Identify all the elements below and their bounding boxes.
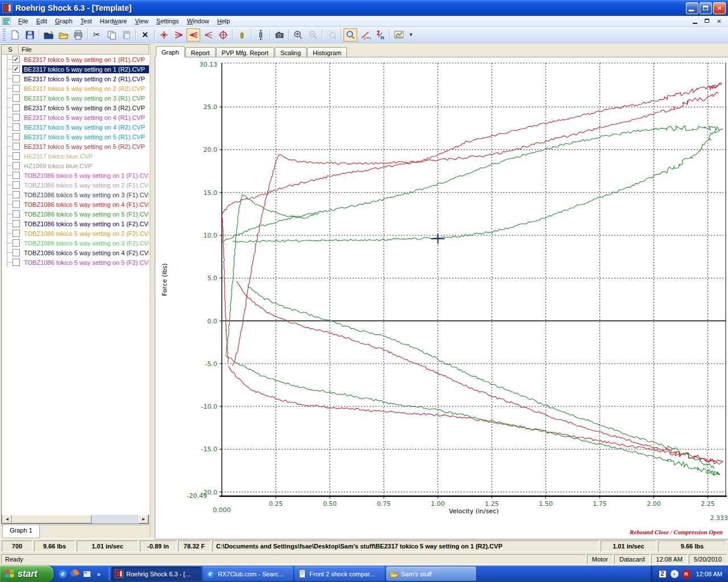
- task-roehrig-shock-6-3-[interactable]: Roehrig Shock 6.3 - [...: [111, 567, 201, 581]
- file-name[interactable]: BE2317 tokico 5 way setting on 4 (R2).CV…: [22, 123, 149, 131]
- mdi-document-icon[interactable]: [2, 17, 11, 25]
- menu-test[interactable]: Test: [76, 16, 96, 26]
- restore-button[interactable]: [700, 2, 712, 14]
- checkbox-checked[interactable]: ✓: [13, 65, 20, 73]
- file-row[interactable]: TOBZ1086 tokico 5 way setting on 2 (F2).…: [2, 228, 149, 238]
- menu-settings[interactable]: Settings: [152, 16, 183, 26]
- graph-fan-left-button[interactable]: [172, 28, 185, 41]
- checkbox-unchecked[interactable]: [13, 210, 20, 218]
- export-graph-button[interactable]: [392, 28, 406, 41]
- graph-fan-right-button[interactable]: [201, 28, 215, 41]
- mdi-close-button[interactable]: ✕: [715, 18, 723, 25]
- file-row[interactable]: TOBZ1086 tokico 5 way setting on 2 (F1).…: [2, 180, 149, 190]
- tab-histogram[interactable]: Histogram: [307, 47, 347, 57]
- shock-stroke-button[interactable]: [254, 28, 267, 41]
- file-row[interactable]: HE2317 tokico blue.CVP: [2, 151, 149, 161]
- checkbox-unchecked[interactable]: [13, 249, 20, 256]
- checkbox-unchecked[interactable]: [13, 181, 20, 189]
- checkbox-unchecked[interactable]: [13, 75, 20, 82]
- checkbox-unchecked[interactable]: [13, 133, 20, 140]
- checkbox-checked[interactable]: ✓: [13, 56, 20, 63]
- checkbox-unchecked[interactable]: [13, 230, 20, 237]
- print-button[interactable]: [71, 28, 85, 41]
- file-name[interactable]: TOBZ1086 tokico 5 way setting on 4 (F1).…: [22, 201, 149, 209]
- delete-button[interactable]: ✕: [138, 28, 152, 41]
- toolbar-grip[interactable]: [3, 28, 6, 41]
- file-row[interactable]: TOBZ1086 tokico 5 way setting on 5 (F2).…: [2, 257, 149, 267]
- horizontal-scrollbar[interactable]: ◄ ►: [2, 514, 149, 524]
- file-name[interactable]: TOBZ1086 tokico 5 way setting on 2 (F1).…: [22, 181, 149, 189]
- checkbox-unchecked[interactable]: [13, 143, 20, 150]
- checkbox-unchecked[interactable]: [13, 259, 20, 266]
- statistics-button[interactable]: Σn: [373, 28, 387, 41]
- zoom-out-button[interactable]: [306, 28, 320, 41]
- graph-circle-button[interactable]: [216, 28, 230, 41]
- roehrig-tray-icon[interactable]: R: [682, 569, 691, 579]
- file-row[interactable]: TOBZ1086 tokico 5 way setting on 4 (F1).…: [2, 199, 149, 209]
- file-row[interactable]: BE2317 tokico 5 way setting on 3 (R2).CV…: [2, 103, 149, 113]
- force-velocity-chart[interactable]: 25.020.015.010.05.00.0-5.0-10.0-15.0-20.…: [155, 57, 728, 538]
- checkbox-unchecked[interactable]: [13, 220, 20, 227]
- file-name[interactable]: BE2317 tokico 5 way setting on 2 (R2).CV…: [22, 85, 149, 93]
- file-name[interactable]: HZ1069 tokico blue.CVP: [22, 162, 149, 170]
- file-row[interactable]: BE2317 tokico 5 way setting on 5 (R1).CV…: [2, 132, 149, 142]
- scroll-right-icon[interactable]: ►: [139, 515, 148, 523]
- file-row[interactable]: BE2317 tokico 5 way setting on 4 (R1).CV…: [2, 113, 149, 122]
- file-name[interactable]: BE2317 tokico 5 way setting on 2 (R1).CV…: [22, 75, 149, 83]
- cut-button[interactable]: ✂: [90, 28, 104, 41]
- file-name[interactable]: HE2317 tokico blue.CVP: [22, 152, 149, 160]
- checkbox-unchecked[interactable]: [13, 172, 20, 179]
- file-row[interactable]: ✓BE2317 tokico 5 way setting on 1 (R1).C…: [2, 55, 149, 64]
- file-row[interactable]: BE2317 tokico 5 way setting on 2 (R1).CV…: [2, 74, 149, 84]
- checkbox-unchecked[interactable]: [13, 191, 20, 198]
- file-name[interactable]: TOBZ1086 tokico 5 way setting on 5 (F2).…: [22, 259, 149, 267]
- file-name[interactable]: TOBZ1086 tokico 5 way setting on 4 (F2).…: [22, 249, 149, 257]
- file-name[interactable]: BE2317 tokico 5 way setting on 4 (R1).CV…: [22, 114, 149, 122]
- mdi-restore-button[interactable]: [703, 18, 712, 25]
- shock-dyno-button[interactable]: [235, 28, 249, 41]
- tab-graph[interactable]: Graph: [156, 46, 185, 57]
- file-row[interactable]: BE2317 tokico 5 way setting on 2 (R2).CV…: [2, 84, 149, 93]
- toolbar-overflow-icon[interactable]: ▼: [408, 32, 413, 38]
- input-language-icon[interactable]: 2: [658, 569, 667, 579]
- file-name[interactable]: TOBZ1086 tokico 5 way setting on 3 (F1).…: [22, 191, 149, 199]
- task-front-2-shock-compar-[interactable]: Front 2 shock compar...: [295, 567, 384, 581]
- start-button[interactable]: start: [0, 566, 53, 582]
- zoom-reset-button[interactable]: [344, 28, 357, 41]
- file-row[interactable]: BE2317 tokico 5 way setting on 3 (R1).CV…: [2, 93, 149, 103]
- show-desktop-icon[interactable]: [82, 569, 92, 579]
- new-document-button[interactable]: [8, 28, 22, 41]
- column-header-s[interactable]: S: [2, 45, 19, 55]
- file-row[interactable]: TOBZ1086 tokico 5 way setting on 3 (F2).…: [2, 238, 149, 248]
- checkbox-unchecked[interactable]: [13, 104, 20, 111]
- menu-window[interactable]: Window: [183, 16, 213, 26]
- file-name[interactable]: BE2317 tokico 5 way setting on 5 (R1).CV…: [22, 133, 149, 141]
- tab-graph-1[interactable]: Graph 1: [2, 525, 40, 538]
- file-row[interactable]: TOBZ1086 tokico 5 way setting on 1 (F1).…: [2, 171, 149, 180]
- checkbox-unchecked[interactable]: [13, 114, 20, 121]
- file-name[interactable]: BE2317 tokico 5 way setting on 5 (R2).CV…: [22, 143, 149, 151]
- checkbox-unchecked[interactable]: [13, 123, 20, 131]
- overlay-yx-button[interactable]: y=x: [358, 28, 372, 41]
- file-name[interactable]: BE2317 tokico 5 way setting on 3 (R2).CV…: [22, 104, 149, 112]
- open-test-folder-button[interactable]: [42, 28, 55, 41]
- menu-view[interactable]: View: [131, 16, 152, 26]
- tab-report[interactable]: Report: [185, 47, 216, 57]
- camera-button[interactable]: [272, 28, 286, 41]
- save-button[interactable]: [23, 28, 36, 41]
- firefox-icon[interactable]: [70, 569, 80, 579]
- task-sam-s-stuff[interactable]: Sam's stuff: [386, 567, 476, 581]
- file-name[interactable]: BE2317 tokico 5 way setting on 1 (R2).CV…: [22, 65, 149, 73]
- zoom-in-button[interactable]: [291, 28, 305, 41]
- file-name[interactable]: TOBZ1086 tokico 5 way setting on 1 (F2).…: [22, 220, 149, 228]
- task-rx7club-com-searc-[interactable]: eRX7Club.com - Searc...: [203, 567, 293, 581]
- graph-fan-button[interactable]: [187, 28, 200, 41]
- file-row[interactable]: ✓BE2317 tokico 5 way setting on 1 (R2).C…: [2, 64, 149, 74]
- menu-hardware[interactable]: Hardware: [96, 16, 131, 26]
- file-row[interactable]: TOBZ1086 tokico 5 way setting on 4 (F2).…: [2, 248, 149, 257]
- file-name[interactable]: TOBZ1086 tokico 5 way setting on 3 (F2).…: [22, 239, 149, 247]
- menu-graph[interactable]: Graph: [51, 16, 77, 26]
- scroll-left-icon[interactable]: ◄: [2, 515, 12, 523]
- checkbox-unchecked[interactable]: [13, 239, 20, 247]
- graph-crosshair-button[interactable]: [157, 28, 171, 41]
